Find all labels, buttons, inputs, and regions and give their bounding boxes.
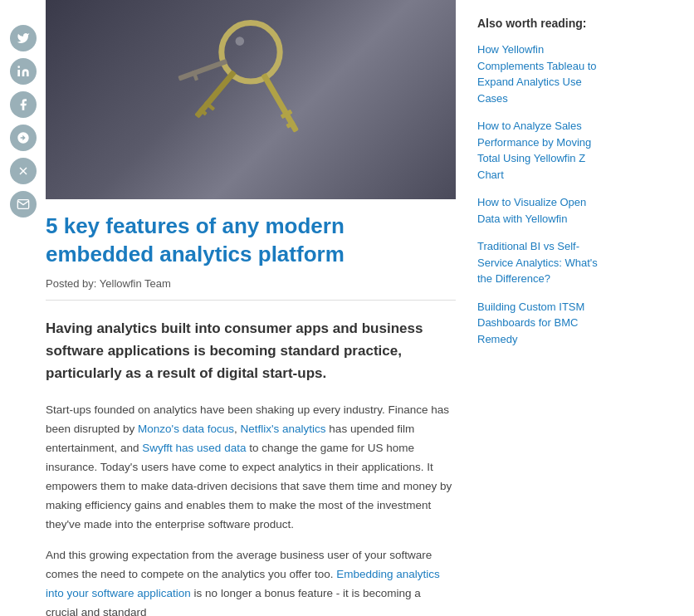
body-paragraph-1: Start-ups founded on analytics have been…	[46, 401, 456, 535]
facebook-icon[interactable]	[10, 91, 37, 118]
keys-illustration	[168, 8, 334, 191]
intro-paragraph: Having analytics built into consumer app…	[46, 317, 456, 385]
right-sidebar: Also worth reading: How Yellowfin Comple…	[469, 0, 614, 616]
svg-rect-10	[178, 59, 227, 81]
sidebar-link-4[interactable]: Traditional BI vs Self-Service Analytics…	[477, 238, 603, 287]
sidebar-link-5[interactable]: Building Custom ITSM Dashboards for BMC …	[477, 299, 603, 348]
sidebar-link-1[interactable]: How Yellowfin Complements Tableau to Exp…	[477, 42, 603, 106]
linkedin-icon[interactable]	[10, 58, 37, 85]
posted-by: Posted by: Yellowfin Team	[46, 277, 456, 290]
body1-suffix: to change the game for US home insurance…	[46, 442, 452, 530]
page-wrapper: 5 key features of any modern embedded an…	[0, 0, 694, 616]
googleplus-icon[interactable]	[10, 125, 37, 151]
monzo-link[interactable]: Monzo's data focus	[138, 423, 234, 435]
svg-point-12	[236, 37, 245, 46]
body-paragraph-2: And this growing expectation from the av…	[46, 546, 456, 616]
svg-point-0	[17, 66, 20, 68]
sidebar-link-2[interactable]: How to Analyze Sales Performance by Movi…	[477, 118, 603, 183]
social-sidebar	[0, 0, 46, 616]
also-worth-heading: Also worth reading:	[477, 17, 603, 30]
body1-mid1: ,	[234, 423, 241, 435]
sidebar-link-3[interactable]: How to Visualize Open Data with Yellowfi…	[477, 194, 603, 227]
main-content: 5 key features of any modern embedded an…	[46, 0, 469, 616]
twitter-icon[interactable]	[10, 25, 37, 51]
xing-icon[interactable]	[10, 158, 37, 184]
hero-image	[46, 0, 456, 199]
divider	[46, 300, 456, 301]
netflix-link[interactable]: Netflix's analytics	[241, 423, 326, 435]
swyfft-link[interactable]: Swyfft has used data	[142, 442, 246, 454]
hero-image-wrapper	[46, 0, 456, 199]
article-title: 5 key features of any modern embedded an…	[46, 213, 456, 269]
email-icon[interactable]	[10, 191, 37, 218]
